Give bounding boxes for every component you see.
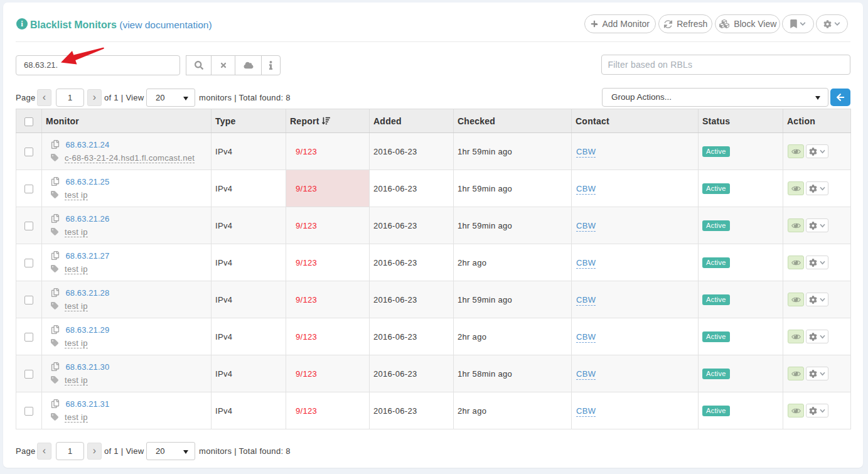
svg-text:i: i [21,19,23,28]
